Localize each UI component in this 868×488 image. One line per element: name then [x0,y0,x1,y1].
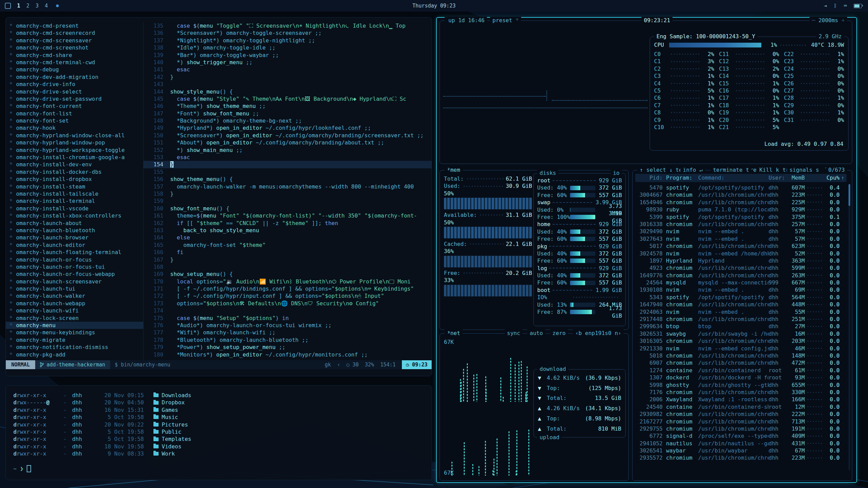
file-tree-item[interactable]: *omarchy-install-xbox-controllers [6,212,143,219]
process-row[interactable]: 3004667chromium/usr/lib/chromium/chromdh… [635,191,846,198]
process-row[interactable]: 4923chromium/usr/lib/chromium/chromdhh59… [635,264,846,271]
process-row[interactable]: 7176chromium/usr/lib/chromium/chromdhh33… [635,389,846,396]
file-tree-item[interactable]: *omarchy-hyprland-workspace-toggle [6,147,143,154]
file-tree-item[interactable]: *omarchy-launch-wifi [6,307,143,314]
file-tree-item[interactable]: *omarchy-install-tailscale [6,190,143,197]
file-tree-item[interactable]: *omarchy-launch-webapp [6,300,143,307]
file-tree-item[interactable]: *omarchy-install-docker-dbs [6,168,143,176]
net-box-title[interactable]: ³net [445,330,463,337]
file-tree-item[interactable]: *omarchy-cmd-screenrecord [6,29,143,37]
file-tree-item[interactable]: *omarchy-install-dropbox [6,176,143,183]
file-tree-item[interactable]: *omarchy-install-steam [6,183,143,190]
process-row[interactable]: 1654946chromium/usr/lib/chromium/chromdh… [635,199,846,206]
file-tree-item[interactable]: *omarchy-font-set [6,117,143,124]
file-tree-item[interactable]: *omarchy-font-current [6,102,143,110]
process-row[interactable]: 2917448chromium/usr/lib/chromium/chromdh… [635,316,846,323]
process-row[interactable]: 2929755chromium/usr/lib/chromium/chromdh… [635,425,846,432]
process-row[interactable]: 5470spotify/opt/spotify/spotify --dhh607… [635,184,846,191]
file-tree-item[interactable]: *omarchy-launch-floating-terminal [6,249,143,256]
file-tree-item[interactable]: *omarchy-cmd-present [6,22,143,29]
process-row[interactable]: 3024578nvimnvim --embed /home/dhh/dhh52M… [635,250,846,257]
file-tree-item[interactable]: *omarchy-launch-screensaver [6,278,143,285]
net-zero-button[interactable]: zero [550,330,568,337]
process-row[interactable]: 2941052nautilus/usr/bin/nautilus --gapdh… [635,440,846,447]
process-row[interactable]: 3016305chromium/usr/lib/chromium/chromdh… [635,337,846,345]
process-row[interactable]: 3029490nvimnvim --embed .dhh57M0.0 [635,228,846,235]
file-tree-item[interactable]: *omarchy-hyprland-window-pop [6,139,143,146]
process-row[interactable]: 5343spotify/opt/spotify/spotifydhh564M0.… [635,294,846,301]
file-tree-item[interactable]: *omarchy-cmd-screensaver [6,37,143,44]
process-row[interactable]: 3026541waybar/usr/bin/waybardhh67M0.0 [635,447,846,454]
process-row[interactable]: 6907chromium/usr/lib/chromium/chromdhh47… [635,359,846,366]
process-row[interactable]: 1647940chromium/usr/lib/chromium/chromdh… [635,301,846,308]
file-tree-item[interactable]: *omarchy-hook [6,124,143,131]
file-tree-item[interactable]: *omarchy-drive-info [6,81,143,88]
file-tree-item[interactable]: *omarchy-launch-or-focus-tui [6,263,143,270]
file-tree-item[interactable]: *omarchy-cmd-share [6,52,143,59]
battery-icon[interactable] [854,4,862,8]
process-row[interactable]: 2006XwaylandXwayland :1 -rootless -dhh16… [635,396,846,403]
bluetooth-icon[interactable]: ᛒ [834,3,837,9]
process-row[interactable]: 5998ghostty/usr/bin/ghostty --gtk-dhh655… [635,381,846,389]
file-tree-item[interactable]: *omarchy-launch-about [6,220,143,227]
file-tree-item[interactable]: *omarchy-dev-add-migration [6,73,143,81]
shell-prompt[interactable]: ~ ❯ [13,465,424,472]
file-tree-item[interactable]: *omarchy-launch-editor [6,241,143,249]
file-tree-item[interactable]: *omarchy-hyprland-window-close-all [6,132,143,139]
keyboard-layout-icon[interactable]: ⌨ [844,3,847,9]
process-row[interactable]: 98930rubypuma 7.1.0 (tcp://localdhh929M0… [635,206,846,213]
process-row[interactable]: 2167277chromium/usr/lib/chromium/chromdh… [635,418,846,425]
footer-action[interactable]: Kill k [757,166,782,174]
file-tree-item[interactable]: *omarchy-pkg-add [6,351,143,358]
process-row[interactable]: 1274containe/usr/bin/containerdroot61M0.… [635,367,846,374]
file-tree-item[interactable]: *omarchy-lock-screen [6,315,143,322]
process-row[interactable]: 1897HyprlandHyprlanddhh363M0.0 [635,257,846,264]
process-row[interactable]: 2924063nvimnvim --embed .dhh55M0.0 [635,308,846,316]
file-tree-item[interactable]: *omarchy-install-chromium-google-a [6,154,143,161]
file-tree-item[interactable]: *omarchy-migrate [6,336,143,344]
file-tree-item[interactable]: *omarchy-drive-set-password [6,95,143,102]
file-tree-item[interactable]: *omarchy-install-terminal [6,197,143,205]
process-row[interactable]: 5018chromium/usr/lib/chromium/chromdhh14… [635,352,846,359]
footer-action[interactable]: terminate t [710,166,751,174]
file-tree-item[interactable]: *omarchy-font-list [6,110,143,117]
file-tree-item[interactable]: *omarchy-launch-bluetooth [6,227,143,234]
footer-action[interactable]: info ↵ [680,166,705,174]
net-sync-button[interactable]: sync [505,330,523,337]
file-tree-item[interactable]: *omarchy-launch-or-focus-webapp [6,270,143,278]
net-interface-selector[interactable]: ‹b enp191s0 n› [573,330,624,337]
footer-action[interactable]: ↑ select ↓ [637,166,675,174]
process-row[interactable]: 3027643nvimnvim --embed .dhh57M0.0 [635,235,846,242]
process-row[interactable]: 24540containe/usr/bin/containerd-shiroot… [635,403,846,410]
file-tree-item[interactable]: *omarchy-drive-select [6,88,143,95]
file-tree-item[interactable]: *omarchy-launch-walker [6,292,143,299]
interval-minus-button[interactable]: ─ [812,17,815,24]
preset-button[interactable]: preset * [490,17,521,24]
process-row[interactable]: 1649776chromium/usr/lib/chromium/chromdh… [635,272,846,279]
file-tree-item[interactable]: *omarchy-cmd-terminal-cwd [6,59,143,66]
file-tree-item[interactable]: *omarchy-launch-tui [6,285,143,292]
interval-plus-button[interactable]: + [841,17,845,24]
process-row[interactable]: 2935572chromium/usr/lib/chromium/chromdh… [635,454,846,461]
file-tree-item[interactable]: *omarchy-notification-dismiss [6,344,143,351]
net-auto-button[interactable]: auto [527,330,545,337]
process-row[interactable]: 3016338chromium/usr/lib/chromium/chromdh… [635,221,846,228]
file-tree-item[interactable]: *omarchy-debug [6,66,143,73]
process-row[interactable]: 1307dockerd/usr/bin/dockerd -H fd:root93… [635,374,846,381]
process-row[interactable]: 6772signal-d/proc/self/exe --type=rdhh40… [635,432,846,440]
footer-action[interactable]: signals s [787,166,822,174]
process-row[interactable]: 2999634btopbtopdhh27M0.0 [635,323,846,330]
screencast-icon[interactable]: ⇥ [824,3,827,9]
process-row[interactable]: 1930108nvimnvim --embed .dhh69M0.0 [635,286,846,293]
process-row[interactable]: 3026531swaybg/usr/bin/swaybg -i /homdhh1… [635,330,846,337]
process-row[interactable]: 5017chromium/usr/lib/chromium/chromdhh62… [635,242,846,250]
file-tree-item[interactable]: *omarchy-install-vscode [6,205,143,212]
io-toggle[interactable]: io [611,169,622,177]
file-tree-item[interactable]: *omarchy-cmd-screenshot [6,44,143,51]
process-row[interactable]: 2921330nvimnvim --embed config.jsodhh46M… [635,345,846,352]
file-tree-item[interactable]: *omarchy-launch-or-focus [6,256,143,263]
mem-box-title[interactable]: ²mem [445,166,463,174]
process-scrollbar[interactable] [849,184,850,470]
file-tree-item[interactable]: *omarchy-install-dev-env [6,161,143,168]
file-tree-item[interactable]: *omarchy-launch-browser [6,234,143,241]
